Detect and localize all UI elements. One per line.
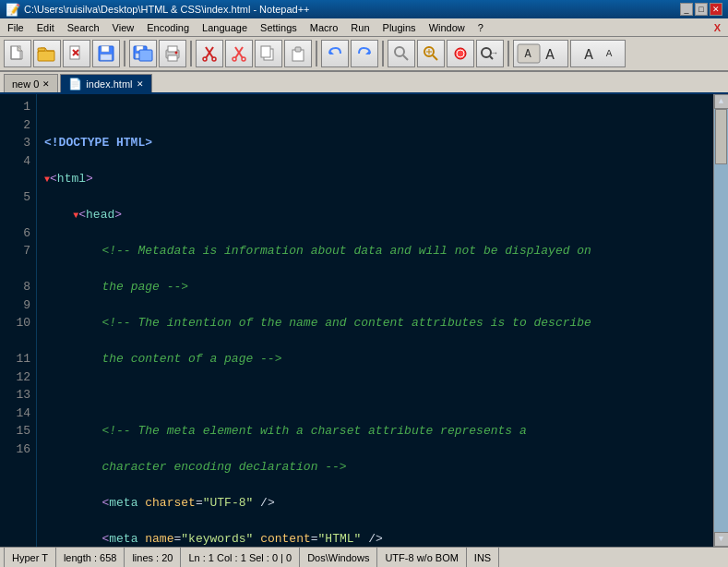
toolbar-separator-5 — [507, 41, 509, 66]
tab-bar: new 0 ✕ 📄 index.html ✕ — [0, 72, 728, 94]
cut2-button[interactable] — [225, 40, 253, 67]
svg-marker-30 — [365, 50, 370, 54]
svg-point-16 — [175, 52, 178, 54]
tab-new0-close[interactable]: ✕ — [42, 79, 50, 89]
svg-point-24 — [242, 57, 245, 61]
menu-edit[interactable]: Edit — [31, 21, 60, 34]
menu-plugins[interactable]: Plugins — [377, 21, 422, 34]
scroll-up-button[interactable]: ▲ — [714, 94, 729, 109]
line-num-8: 8 — [6, 278, 30, 296]
menu-view[interactable]: View — [107, 21, 140, 34]
tab-index-html-close[interactable]: ✕ — [137, 79, 144, 89]
toolbar: → A A A A — [0, 37, 728, 72]
svg-line-32 — [403, 55, 408, 60]
line-num-14: 14 — [6, 404, 30, 423]
zoom-out-button[interactable]: A A — [570, 40, 626, 67]
save-all-button[interactable] — [129, 40, 157, 67]
svg-text:A: A — [545, 47, 555, 64]
menu-file[interactable]: File — [2, 21, 30, 34]
minimize-button[interactable]: _ — [680, 3, 693, 16]
menu-encoding[interactable]: Encoding — [141, 21, 195, 34]
scroll-track[interactable] — [714, 109, 728, 532]
tab-file-icon: 📄 — [68, 78, 82, 90]
undo-button[interactable] — [321, 40, 349, 67]
status-encoding: UTF-8 w/o BOM — [377, 548, 466, 567]
menu-language[interactable]: Language — [197, 21, 253, 34]
svg-rect-12 — [139, 50, 152, 61]
app-icon: 📝 — [6, 3, 20, 17]
toolbar-separator-4 — [382, 41, 384, 66]
menu-settings[interactable]: Settings — [255, 21, 303, 34]
line-num-13: 13 — [6, 386, 30, 404]
status-lines: lines : 20 — [125, 548, 181, 567]
svg-rect-7 — [101, 46, 109, 52]
line-num-1: 1 — [6, 98, 30, 116]
svg-text:A: A — [524, 48, 531, 61]
code-line-5b: the content of a page --> — [44, 350, 706, 368]
paste-button[interactable] — [284, 40, 312, 67]
code-content[interactable]: <!DOCTYPE HTML> ▼<html> ▼<head> <!-- Met… — [37, 94, 713, 547]
svg-line-34 — [433, 55, 437, 60]
tab-new0[interactable]: new 0 ✕ — [4, 74, 58, 92]
status-insert-mode: INS — [467, 548, 499, 567]
svg-text:A: A — [606, 48, 613, 59]
find-button[interactable] — [388, 40, 415, 67]
title-bar-left: 📝 C:\Users\ruisilva\Desktop\HTML & CSS\i… — [6, 3, 310, 17]
title-bar: 📝 C:\Users\ruisilva\Desktop\HTML & CSS\i… — [0, 0, 728, 18]
menu-search[interactable]: Search — [62, 21, 105, 34]
title-bar-controls[interactable]: _ □ ✕ — [680, 3, 722, 16]
line-num-2: 2 — [6, 116, 30, 135]
menu-bar: File Edit Search View Encoding Language … — [0, 18, 728, 37]
redo-button[interactable] — [351, 40, 378, 67]
line-num-15: 15 — [6, 422, 30, 440]
menu-macro[interactable]: Macro — [304, 21, 344, 34]
scroll-down-button[interactable]: ▼ — [714, 532, 729, 547]
line-num-10: 10 — [6, 314, 30, 332]
zoom-in-button[interactable]: A A — [513, 40, 568, 67]
find-in-files-button[interactable] — [417, 40, 445, 67]
copy-button[interactable] — [255, 40, 282, 67]
window-title: C:\Users\ruisilva\Desktop\HTML & CSS\ind… — [24, 4, 310, 15]
close-button[interactable]: ✕ — [710, 3, 722, 16]
print-button[interactable] — [159, 40, 186, 67]
svg-point-31 — [395, 47, 404, 56]
open-file-button[interactable] — [33, 40, 61, 67]
line-num-3: 3 — [6, 134, 30, 152]
status-line-ending: Dos\Windows — [300, 548, 377, 567]
code-line-7: <!-- The meta element with a charset att… — [44, 422, 706, 440]
maximize-button[interactable]: □ — [695, 3, 708, 16]
tab-index-html[interactable]: 📄 index.html ✕ — [60, 74, 151, 92]
find-replace-button[interactable]: → — [476, 40, 504, 67]
menu-window[interactable]: Window — [424, 21, 471, 34]
status-length: length : 658 — [56, 548, 125, 567]
svg-rect-8 — [101, 54, 112, 60]
line-num-6: 6 — [6, 224, 30, 243]
svg-point-20 — [212, 57, 216, 61]
menu-run[interactable]: Run — [345, 21, 375, 34]
svg-rect-2 — [38, 48, 45, 51]
code-line-5: <!-- The intention of the name and conte… — [44, 314, 706, 332]
status-bar: Hyper T length : 658 lines : 20 Ln : 1 C… — [0, 547, 728, 567]
code-line-1: <!DOCTYPE HTML> — [44, 134, 706, 152]
close-file-button[interactable] — [63, 40, 90, 67]
mark-button[interactable] — [447, 40, 474, 67]
status-mode: Hyper T — [4, 548, 56, 567]
cut-button[interactable] — [196, 40, 223, 67]
code-line-4b: the page --> — [44, 278, 706, 296]
svg-marker-29 — [329, 50, 334, 54]
line-num-9: 9 — [6, 296, 30, 315]
menu-x[interactable]: X — [709, 21, 726, 34]
code-line-3: ▼<head> — [44, 206, 706, 224]
save-button[interactable] — [92, 40, 120, 67]
code-line-2: ▼<html> — [44, 170, 706, 188]
code-line-7b: character encoding declaration --> — [44, 458, 706, 477]
vertical-scrollbar[interactable]: ▲ ▼ — [713, 94, 728, 547]
menu-help[interactable]: ? — [472, 21, 489, 34]
code-line-6 — [44, 386, 706, 404]
code-area: 1 2 3 4 5 6 7 8 9 10 11 12 13 14 15 16 <… — [0, 94, 728, 547]
line-num-5: 5 — [6, 188, 30, 207]
svg-point-39 — [482, 48, 491, 57]
new-file-button[interactable] — [4, 40, 31, 67]
line-numbers: 1 2 3 4 5 6 7 8 9 10 11 12 13 14 15 16 — [0, 94, 37, 547]
line-num-11: 11 — [6, 350, 30, 368]
